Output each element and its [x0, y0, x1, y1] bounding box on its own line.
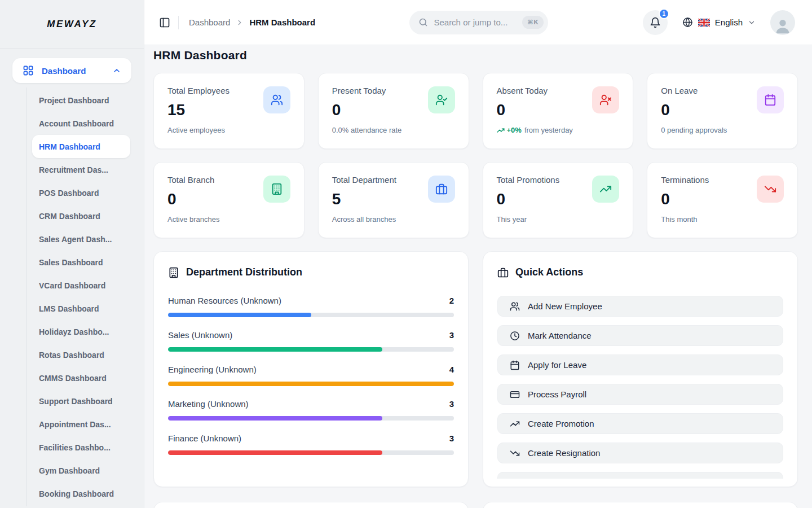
- breadcrumb-current: HRM Dashboard: [249, 17, 315, 27]
- card-title: Department Distribution: [186, 266, 302, 278]
- sidebar-item-pos-dashboard[interactable]: POS Dashboard: [27, 181, 144, 204]
- search-input[interactable]: [434, 17, 517, 27]
- trend-caption: from yesterday: [524, 126, 573, 134]
- card-header: Department Distribution: [168, 266, 454, 278]
- uk-flag-icon: [698, 19, 710, 27]
- sidebar-item-recruitment-dashboard[interactable]: Recruitment Das...: [27, 158, 144, 181]
- sidebar-item-account-dashboard[interactable]: Account Dashboard: [27, 112, 144, 135]
- progress-fill: [168, 416, 382, 421]
- sidebar-item-vcard-dashboard[interactable]: VCard Dashboard: [27, 274, 144, 297]
- dept-label: Human Resources (Unknown): [168, 296, 281, 305]
- sidebar-subnav: Project Dashboard Account Dashboard HRM …: [26, 87, 144, 506]
- chevron-up-icon: [112, 66, 121, 75]
- action-label: Mark Attendance: [528, 331, 592, 340]
- header-divider: [178, 16, 179, 29]
- sidebar-item-crm-dashboard[interactable]: CRM Dashboard: [27, 204, 144, 227]
- card-title: Quick Actions: [515, 266, 583, 278]
- process-payroll-button[interactable]: Process Payroll: [497, 384, 783, 405]
- stat-card-total-branch: Total Branch 0 Active branches: [153, 162, 304, 238]
- stat-card-present-today: Present Today 0 0.0% attendance rate: [318, 73, 469, 149]
- trending-down-icon: [510, 448, 520, 458]
- dept-row-finance: Finance (Unknown) 3: [168, 433, 454, 455]
- user-check-icon: [428, 86, 455, 113]
- sidebar-item-facilities-dashboard[interactable]: Facilities Dashbo...: [27, 436, 144, 459]
- calendar-icon: [757, 86, 784, 113]
- sidebar-item-hrm-dashboard[interactable]: HRM Dashboard: [32, 135, 130, 158]
- briefcase-icon: [497, 267, 509, 278]
- trending-up-icon: [510, 419, 520, 429]
- breadcrumb-dashboard[interactable]: Dashboard: [189, 17, 230, 27]
- sidebar-item-gym-dashboard[interactable]: Gym Dashboard: [27, 459, 144, 482]
- action-label: Create Promotion: [528, 419, 594, 428]
- briefcase-icon: [428, 176, 455, 203]
- stat-subtext: Active branches: [167, 215, 290, 224]
- quick-actions-list: Add New Employee Mark Attendance Apply f…: [497, 296, 783, 479]
- sidebar-item-support-dashboard[interactable]: Support Dashboard: [27, 389, 144, 413]
- notifications-button[interactable]: 1: [643, 10, 668, 35]
- action-label: Apply for Leave: [528, 360, 586, 370]
- search-shortcut-badge: ⌘K: [522, 16, 544, 29]
- sidebar-item-lms-dashboard[interactable]: LMS Dashboard: [27, 297, 144, 320]
- sidebar-toggle-button[interactable]: [159, 17, 170, 28]
- stat-card-total-department: Total Department 5 Across all branches: [318, 162, 469, 238]
- sidebar-item-sales-agent-dashboard[interactable]: Sales Agent Dash...: [27, 227, 144, 251]
- dept-row-engineering: Engineering (Unknown) 4: [168, 365, 454, 386]
- users-icon: [263, 86, 290, 113]
- sidebar-item-sales-dashboard[interactable]: Sales Dashboard: [27, 251, 144, 274]
- sidebar-item-booking-dashboard[interactable]: Booking Dashboard: [27, 482, 144, 505]
- stat-subtext: +0% from yesterday: [497, 126, 620, 134]
- dept-value: 3: [449, 433, 454, 443]
- sidebar-item-project-dashboard[interactable]: Project Dashboard: [27, 89, 144, 112]
- notification-count-badge: 1: [659, 8, 669, 19]
- progress-track: [168, 313, 454, 317]
- stat-card-total-employees: Total Employees 15 Active employees: [153, 73, 304, 149]
- charts-row: Department Distribution Human Resources …: [153, 251, 798, 487]
- search-icon: [418, 17, 428, 27]
- sidebar-item-cmms-dashboard[interactable]: CMMS Dashboard: [27, 366, 144, 389]
- partial-cards-row: [153, 502, 798, 508]
- building-icon: [168, 267, 179, 278]
- sidebar-group-dashboard[interactable]: Dashboard: [12, 58, 131, 83]
- calendar-icon: [510, 360, 520, 370]
- main-area: Dashboard HRM Dashboard ⌘K 1: [144, 0, 812, 508]
- add-new-employee-button[interactable]: Add New Employee: [497, 296, 783, 317]
- sidebar-nav: Dashboard Project Dashboard Account Dash…: [0, 49, 144, 506]
- stat-subtext: This month: [661, 215, 784, 224]
- trending-up-icon: [592, 176, 619, 203]
- create-resignation-button[interactable]: Create Resignation: [497, 443, 783, 463]
- apply-for-leave-button[interactable]: Apply for Leave: [497, 354, 783, 375]
- quick-action-partial-button[interactable]: [497, 472, 783, 479]
- trend-value: +0%: [507, 126, 522, 134]
- trending-down-icon: [757, 176, 784, 203]
- stat-card-terminations: Terminations 0 This month: [647, 162, 798, 238]
- progress-track: [168, 450, 454, 455]
- bell-icon: [650, 17, 661, 28]
- sidebar-item-appointment-dashboard[interactable]: Appointment Das...: [27, 413, 144, 436]
- progress-fill: [168, 382, 454, 386]
- dept-row-sales: Sales (Unknown) 3: [168, 330, 454, 352]
- create-promotion-button[interactable]: Create Promotion: [497, 413, 783, 434]
- dept-value: 3: [449, 399, 454, 409]
- stat-subtext: 0.0% attendance rate: [332, 126, 455, 134]
- sidebar: MEWAYZ Dashboard Project Dashboard Accou…: [0, 0, 144, 508]
- header-actions: 1 English: [643, 10, 795, 35]
- sidebar-item-rotas-dashboard[interactable]: Rotas Dashboard: [27, 343, 144, 366]
- language-selector[interactable]: English: [682, 17, 756, 28]
- dept-label: Marketing (Unknown): [168, 399, 249, 409]
- credit-card-icon: [510, 389, 520, 400]
- dept-row-human-resources: Human Resources (Unknown) 2: [168, 296, 454, 317]
- stat-card-absent-today: Absent Today 0 +0% from yesterday: [483, 73, 634, 149]
- user-avatar[interactable]: [770, 10, 795, 35]
- stat-subtext: 0 pending approvals: [661, 126, 784, 134]
- sidebar-item-holidayz-dashboard[interactable]: Holidayz Dashbo...: [27, 320, 144, 343]
- dept-value: 4: [449, 365, 454, 374]
- action-label: Add New Employee: [528, 301, 602, 311]
- mark-attendance-button[interactable]: Mark Attendance: [497, 325, 783, 346]
- chevron-down-icon: [748, 19, 756, 27]
- stats-grid: Total Employees 15 Active employees Pres…: [153, 73, 798, 238]
- progress-fill: [168, 347, 382, 352]
- progress-fill: [168, 450, 382, 455]
- department-distribution-card: Department Distribution Human Resources …: [153, 251, 469, 487]
- page-title: HRM Dashboard: [153, 49, 798, 62]
- logo-wrap: MEWAYZ: [0, 0, 144, 49]
